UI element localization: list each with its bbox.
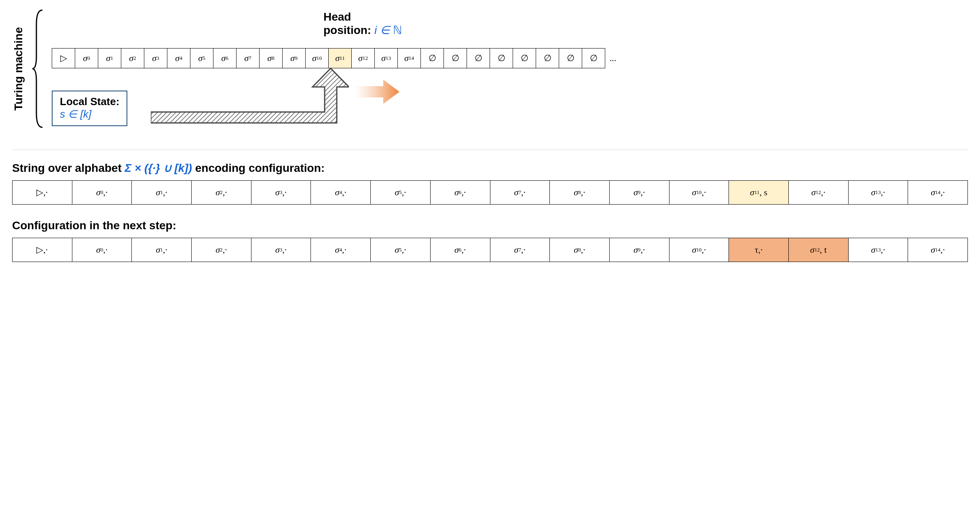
row1-heading: String over alphabet Σ × ({·} ∪ [k]) enc… — [12, 161, 968, 175]
next-step-section: Configuration in the next step: ▷,·σ0,·σ… — [12, 219, 968, 262]
tape-cell: σ9 — [282, 48, 306, 68]
config-cell: σ0,· — [72, 180, 132, 205]
row2-heading: Configuration in the next step: — [12, 219, 968, 232]
tape-cell: ∅ — [467, 48, 490, 68]
config-cell: τ,· — [729, 238, 789, 262]
tape-cell: σ5 — [190, 48, 213, 68]
config-cell: σ10,· — [669, 238, 729, 262]
tape: ▷σ0σ1σ2σ3σ4σ5σ6σ7σ8σ9σ10σ11σ12σ13σ14∅∅∅∅… — [52, 48, 968, 68]
config-cell: σ3,· — [251, 238, 311, 262]
config-cell: σ5,· — [370, 238, 431, 262]
tape-cell: ▷ — [52, 48, 75, 68]
tape-cell: σ13 — [374, 48, 398, 68]
config-cell: σ6,· — [430, 180, 490, 205]
tape-cell: ∅ — [559, 48, 582, 68]
tape-cell: ∅ — [420, 48, 444, 68]
turing-machine-panel: Turing machine Head position: i ∈ ℕ ▷σ0σ… — [12, 8, 968, 142]
configuration-encoding-section: String over alphabet Σ × ({·} ∪ [k]) enc… — [12, 161, 968, 205]
divider — [12, 150, 968, 150]
tape-cell: ∅ — [536, 48, 559, 68]
tape-cell: σ2 — [121, 48, 144, 68]
tape-cell: σ1 — [98, 48, 121, 68]
tape-cell: ∅ — [490, 48, 513, 68]
config-cell: σ12, t — [788, 238, 849, 262]
config-cell: σ1,· — [131, 238, 192, 262]
config-cell: σ1,· — [131, 180, 192, 205]
head-position-math: i ∈ ℕ — [374, 24, 402, 36]
config-cell: σ2,· — [191, 238, 251, 262]
tape-cell: σ10 — [305, 48, 329, 68]
config-cell: σ7,· — [490, 180, 550, 205]
tape-cell: ... — [605, 48, 621, 68]
tape-cell: σ11 — [328, 48, 352, 68]
tape-cell: ∅ — [444, 48, 467, 68]
config-cell: ▷,· — [12, 238, 72, 262]
local-state-box: Local State: s ∈ [k] — [52, 91, 127, 126]
config-cell: σ0,· — [72, 238, 132, 262]
config-cell: σ13,· — [848, 238, 908, 262]
config-cell: σ13,· — [848, 180, 908, 205]
tape-cell: σ7 — [236, 48, 260, 68]
config-cell: σ6,· — [430, 238, 490, 262]
config-cell: σ4,· — [310, 180, 371, 205]
config-cell: σ10,· — [669, 180, 729, 205]
tape-cell: σ14 — [397, 48, 421, 68]
config-cell: σ7,· — [490, 238, 550, 262]
tape-cell: σ0 — [75, 48, 98, 68]
config-cell: σ9,· — [609, 180, 670, 205]
configuration-tape: ▷,·σ0,·σ1,·σ2,·σ3,·σ4,·σ5,·σ6,·σ7,·σ8,·σ… — [12, 180, 968, 205]
move-right-arrow-icon — [355, 80, 399, 104]
tape-cell: σ12 — [351, 48, 375, 68]
config-cell: σ14,· — [908, 180, 968, 205]
tape-cell: ∅ — [582, 48, 605, 68]
config-cell: σ11, s — [729, 180, 789, 205]
tape-cell: σ4 — [167, 48, 190, 68]
config-cell: σ8,· — [549, 238, 610, 262]
config-cell: σ4,· — [310, 238, 371, 262]
config-cell: σ5,· — [370, 180, 431, 205]
state-to-cell-arrow-icon — [151, 68, 349, 133]
brace-icon — [32, 8, 44, 129]
tape-cell: ∅ — [513, 48, 536, 68]
config-cell: σ14,· — [908, 238, 968, 262]
config-cell: σ3,· — [251, 180, 311, 205]
next-step-tape: ▷,·σ0,·σ1,·σ2,·σ3,·σ4,·σ5,·σ6,·σ7,·σ8,·σ… — [12, 238, 968, 262]
config-cell: σ9,· — [609, 238, 670, 262]
tape-cell: σ8 — [259, 48, 283, 68]
tape-cell: σ6 — [213, 48, 237, 68]
tape-cell: σ3 — [144, 48, 167, 68]
head-position-label: Head position: i ∈ ℕ — [323, 10, 402, 37]
config-cell: σ2,· — [191, 180, 251, 205]
config-cell: ▷,· — [12, 180, 72, 205]
config-cell: σ12,· — [788, 180, 849, 205]
vertical-label: Turing machine — [12, 27, 25, 110]
config-cell: σ8,· — [549, 180, 610, 205]
